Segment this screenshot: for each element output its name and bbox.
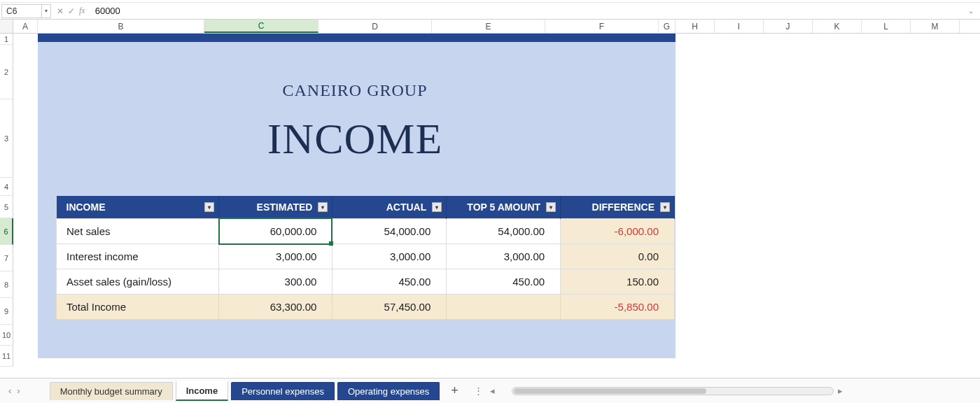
row-header-2[interactable]: 2 (0, 45, 13, 99)
cell-label[interactable]: Asset sales (gain/loss) (57, 269, 219, 295)
cell-label[interactable]: Total Income (57, 295, 219, 320)
select-all-corner[interactable] (0, 20, 13, 33)
col-header-a[interactable]: A (13, 20, 38, 33)
filter-dropdown-icon[interactable]: ▾ (546, 202, 556, 212)
row-header-4[interactable]: 4 (0, 178, 13, 196)
row-header-7[interactable]: 7 (0, 245, 13, 271)
cell-actual[interactable]: 54,000.00 (332, 219, 447, 244)
row-header-strip: 1 2 3 4 5 6 7 8 9 10 11 (0, 34, 13, 367)
tab-personnel-expenses[interactable]: Personnel expenses (231, 382, 335, 400)
table-row-total[interactable]: Total Income 63,300.00 57,450.00 -5,850.… (57, 295, 675, 320)
cell-top5[interactable] (447, 295, 561, 320)
col-header-k[interactable]: K (813, 20, 862, 33)
filter-dropdown-icon[interactable]: ▾ (318, 202, 328, 212)
th-income-label: INCOME (66, 202, 106, 213)
table-row[interactable]: Net sales 60,000.00 54,000.00 54,000.00 … (57, 219, 675, 244)
col-header-j[interactable]: J (764, 20, 813, 33)
horizontal-scroll-region: ◂ ▸ (490, 386, 980, 396)
col-header-g[interactable]: G (659, 20, 676, 33)
cancel-formula-icon[interactable]: ✕ (57, 6, 64, 16)
row-header-10[interactable]: 10 (0, 325, 13, 346)
income-table: INCOME ▾ ESTIMATED ▾ ACTUAL ▾ TOP 5 AMOU… (56, 196, 675, 320)
row-header-9[interactable]: 9 (0, 298, 13, 325)
filter-dropdown-icon[interactable]: ▾ (432, 202, 442, 212)
th-actual[interactable]: ACTUAL ▾ (332, 196, 447, 219)
tab-income[interactable]: Income (176, 381, 229, 401)
tab-prev-icon[interactable]: ‹ (8, 386, 11, 396)
filter-dropdown-icon[interactable]: ▾ (660, 202, 670, 212)
table-row[interactable]: Interest income 3,000.00 3,000.00 3,000.… (57, 244, 675, 269)
row-header-8[interactable]: 8 (0, 271, 13, 298)
th-actual-label: ACTUAL (386, 202, 427, 213)
th-top5[interactable]: TOP 5 AMOUNT ▾ (447, 196, 561, 219)
th-estimated[interactable]: ESTIMATED ▾ (218, 196, 332, 219)
horizontal-scrollbar[interactable] (512, 387, 834, 395)
cell-label[interactable]: Interest income (57, 244, 219, 269)
worksheet-grid[interactable]: A B C D E F G H I J K L M 1 2 3 4 5 6 7 … (0, 20, 980, 374)
cell-estimated[interactable]: 3,000.00 (218, 244, 332, 269)
add-sheet-button[interactable]: + (442, 381, 467, 401)
company-name: CANEIRO GROUP (38, 81, 672, 100)
scrollbar-thumb[interactable] (514, 388, 706, 394)
cell-actual[interactable]: 450.00 (332, 269, 447, 295)
th-top5-label: TOP 5 AMOUNT (467, 202, 540, 213)
col-header-l[interactable]: L (862, 20, 911, 33)
th-estimated-label: ESTIMATED (257, 202, 313, 213)
cell-estimated[interactable]: 60,000.00 (218, 219, 332, 244)
cell-top5[interactable]: 54,000.00 (447, 219, 561, 244)
cell-actual[interactable]: 57,450.00 (332, 295, 447, 320)
sheet-content: CANEIRO GROUP INCOME INCOME ▾ ESTIMATED … (13, 34, 979, 374)
cell-estimated[interactable]: 63,300.00 (218, 295, 332, 320)
col-header-h[interactable]: H (676, 20, 715, 33)
scroll-left-icon[interactable]: ◂ (490, 386, 495, 396)
formula-expand-icon[interactable]: ⌄ (962, 7, 980, 15)
name-box[interactable]: C6 (1, 4, 42, 18)
row-header-11[interactable]: 11 (0, 346, 13, 367)
scroll-right-icon[interactable]: ▸ (838, 386, 843, 396)
formula-input[interactable] (91, 4, 962, 18)
tab-monthly-budget[interactable]: Monthly budget summary (50, 382, 173, 400)
cell-difference[interactable]: 150.00 (561, 269, 675, 295)
col-header-i[interactable]: I (715, 20, 764, 33)
fx-icon[interactable]: fx (79, 6, 85, 16)
page-title: INCOME (38, 114, 672, 164)
table-row[interactable]: Asset sales (gain/loss) 300.00 450.00 45… (57, 269, 675, 295)
name-box-dropdown[interactable]: ▾ (42, 4, 51, 18)
row-header-6[interactable]: 6 (0, 218, 13, 245)
formula-bar: C6 ▾ ✕ ✓ fx ⌄ (0, 3, 980, 20)
row-header-3[interactable]: 3 (0, 99, 13, 178)
accept-formula-icon[interactable]: ✓ (68, 6, 75, 16)
tab-operating-expenses[interactable]: Operating expenses (337, 382, 440, 400)
row-header-1[interactable]: 1 (0, 34, 13, 45)
filter-dropdown-icon[interactable]: ▾ (204, 202, 214, 212)
col-header-m[interactable]: M (911, 20, 960, 33)
tab-overflow-icon[interactable]: ⋮ (467, 386, 490, 396)
row-header-5[interactable]: 5 (0, 196, 13, 218)
cell-difference[interactable]: -6,000.00 (561, 219, 675, 244)
tab-next-icon[interactable]: › (17, 386, 20, 396)
cell-top5[interactable]: 450.00 (447, 269, 561, 295)
top-accent-bar (38, 34, 676, 42)
sheet-tab-bar: ‹ › Monthly budget summary Income Person… (0, 378, 980, 403)
col-header-f[interactable]: F (545, 20, 659, 33)
th-difference[interactable]: DIFFERENCE ▾ (561, 196, 675, 219)
cell-label[interactable]: Net sales (57, 219, 219, 244)
cell-difference[interactable]: -5,850.00 (561, 295, 675, 320)
cell-top5[interactable]: 3,000.00 (447, 244, 561, 269)
th-difference-label: DIFFERENCE (592, 202, 654, 213)
col-header-d[interactable]: D (318, 20, 432, 33)
col-header-c[interactable]: C (204, 20, 318, 33)
column-header-row: A B C D E F G H I J K L M (0, 20, 980, 34)
tab-nav: ‹ › (0, 386, 29, 396)
col-header-b[interactable]: B (38, 20, 204, 33)
cell-actual[interactable]: 3,000.00 (332, 244, 447, 269)
col-header-e[interactable]: E (432, 20, 545, 33)
cell-estimated[interactable]: 300.00 (218, 269, 332, 295)
cell-difference[interactable]: 0.00 (561, 244, 675, 269)
th-income[interactable]: INCOME ▾ (57, 196, 219, 219)
